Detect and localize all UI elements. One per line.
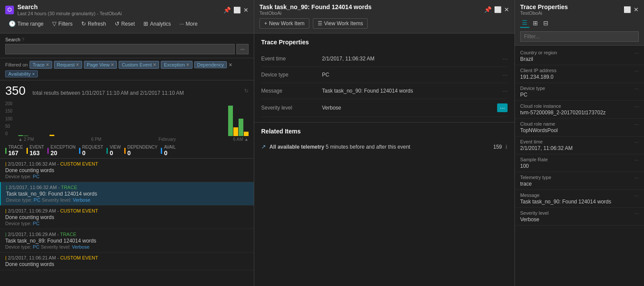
left-header: ⬡ Search Last 24 hours (30 minute granul…: [0, 0, 254, 33]
pin-icon[interactable]: 📌: [484, 7, 491, 13]
pin-icon[interactable]: 📌: [223, 7, 231, 13]
analytics-button[interactable]: ⊞ Analytics: [140, 19, 174, 29]
right-prop-value-cloudroleinstance: tvm-57200098_2-20170201t173702z: [520, 110, 606, 116]
filter-tag-trace[interactable]: Trace ×: [30, 61, 52, 69]
right-prop-menu-country[interactable]: ···: [634, 50, 639, 56]
right-prop-menu-cloudrolename[interactable]: ···: [634, 121, 639, 127]
filter-tag-pageview[interactable]: Page View ×: [84, 61, 117, 69]
close-icon[interactable]: ✕: [634, 7, 639, 13]
remove-request-button[interactable]: ×: [76, 62, 79, 68]
maximize-icon[interactable]: ⬜: [233, 7, 241, 13]
link-icon: ↗: [261, 143, 266, 150]
close-icon[interactable]: ✕: [243, 7, 249, 13]
middle-toolbar: + New Work Item ☰ View Work Items: [259, 16, 509, 31]
filter-input[interactable]: [520, 31, 639, 42]
maximize-icon[interactable]: ⬜: [624, 7, 631, 13]
remove-availability-button[interactable]: ×: [32, 71, 35, 76]
filter-tag-exception[interactable]: Exception ×: [161, 61, 192, 69]
right-properties-list: Country or region Brazil ··· Client IP a…: [515, 46, 644, 286]
right-prop-menu-message[interactable]: ···: [634, 193, 639, 199]
remove-all-button[interactable]: ×: [229, 61, 232, 68]
right-prop-value-country: Brazil: [520, 56, 557, 62]
right-prop-severitylevel: Severity level Verbose ···: [515, 208, 644, 226]
right-prop-menu-samplerate[interactable]: ···: [634, 157, 639, 163]
remove-pageview-button[interactable]: ×: [111, 62, 114, 68]
legend-event: EVENT 163: [27, 145, 44, 156]
new-work-item-button[interactable]: + New Work Item: [259, 18, 309, 29]
right-prop-menu-eventtime[interactable]: ···: [634, 139, 639, 145]
right-panel-title: Trace Properties: [520, 3, 568, 10]
remove-customevent-button[interactable]: ×: [153, 62, 156, 68]
event-type-indicator: |: [5, 232, 7, 237]
remove-exception-button[interactable]: ×: [186, 62, 189, 68]
legend-avail: AVAIL 0: [161, 145, 176, 156]
right-panel-subtitle: TestOboAi: [520, 10, 568, 16]
search-input[interactable]: [5, 44, 235, 54]
reset-button[interactable]: ↺ Reset: [111, 19, 138, 29]
event-item-5[interactable]: | 2/1/2017, 11:06:21 AM - CUSTOM EVENT D…: [0, 253, 254, 270]
remove-trace-button[interactable]: ×: [46, 62, 49, 68]
chart-bar: [55, 101, 60, 136]
event-meta: Device type: PC: [5, 174, 249, 179]
event-type-indicator: |: [5, 208, 7, 213]
right-prop-menu-telemetrytype[interactable]: ···: [634, 175, 639, 181]
right-prop-menu-clientip[interactable]: ···: [634, 68, 639, 74]
view-list-button[interactable]: ☰: [520, 18, 529, 28]
view-work-items-button[interactable]: ☰ View Work Items: [313, 18, 368, 29]
right-toolbar: ☰ ⊞ ⊟: [520, 16, 639, 30]
right-prop-menu-severitylevel[interactable]: ···: [634, 210, 639, 216]
event-item-1[interactable]: | 2/1/2017, 11:06:32 AM - CUSTOM EVENT D…: [0, 159, 254, 182]
related-item-row[interactable]: ↗ All available telemetry 5 minutes befo…: [261, 140, 508, 153]
right-prop-message: Message Task task_no_90: Found 124014 wo…: [515, 190, 644, 208]
close-icon[interactable]: ✕: [504, 7, 509, 13]
right-prop-name-cloudroleinstance: Cloud role instance: [520, 103, 606, 109]
chart-bar: [39, 101, 44, 136]
chart-x-labels: ▲ 2 PM 6 PM February 6 AM ▲: [18, 136, 249, 142]
right-prop-menu-cloudroleinstance[interactable]: ···: [634, 103, 639, 110]
view-chart-button[interactable]: ⊟: [541, 18, 550, 28]
event-item-3[interactable]: | 2/1/2017, 11:06:29 AM - CUSTOM EVENT D…: [0, 206, 254, 229]
legend-trace: TRACE 167: [5, 145, 23, 156]
chart-bar: [144, 101, 149, 136]
right-prop-name-cloudrolename: Cloud role name: [520, 121, 558, 126]
event-message: Task task_no_90: Found 124014 words: [6, 191, 249, 197]
filter-tag-availability[interactable]: Availability ×: [5, 70, 38, 77]
more-button[interactable]: ··· More: [176, 19, 201, 29]
chart-bar: [81, 101, 86, 136]
filter-tags-row: Filtered on Trace × Request × Page View …: [0, 58, 254, 80]
view-grid-button[interactable]: ⊞: [531, 18, 540, 28]
event-meta: Device type: PC Severity level: Verbose: [6, 197, 249, 203]
event-item-2[interactable]: | 2/1/2017, 11:06:32 AM - TRACE Task tas…: [0, 182, 254, 206]
filter-tag-customevent[interactable]: Custom Event ×: [119, 61, 159, 69]
filters-button[interactable]: ▽ Filters: [49, 19, 76, 29]
filter-tag-dependency[interactable]: Dependency: [194, 61, 227, 68]
filter-icon: ▽: [52, 20, 56, 27]
results-description: total results between 1/31/2017 11:10 AM…: [33, 90, 184, 96]
right-prop-name-eventtime: Event time: [520, 139, 573, 144]
maximize-icon[interactable]: ⬜: [494, 7, 501, 13]
prop-menu-message[interactable]: ···: [502, 87, 508, 94]
prop-menu-severity[interactable]: ···: [497, 103, 508, 112]
left-toolbar: 🕐 Time range ▽ Filters ↻ Refresh ↺ Reset…: [5, 16, 249, 31]
right-prop-cloudrolename: Cloud role name TopNWordsPool ···: [515, 119, 644, 136]
related-item-count: 159: [493, 144, 502, 150]
time-range-button[interactable]: 🕐 Time range: [5, 19, 47, 29]
related-info-icon: ℹ: [505, 144, 508, 150]
right-prop-name-devicetype: Device type: [520, 86, 545, 91]
prop-menu-eventtime[interactable]: ···: [502, 55, 508, 62]
chart-bar: [71, 101, 76, 136]
event-item-4[interactable]: | 2/1/2017, 11:06:29 AM - TRACE Task tas…: [0, 229, 254, 253]
refresh-small-icon[interactable]: ↻: [244, 88, 249, 94]
refresh-button[interactable]: ↻ Refresh: [78, 19, 110, 29]
legend-view: VIEW 0: [106, 145, 121, 156]
right-prop-name-samplerate: Sample Rate: [520, 157, 548, 162]
right-prop-menu-devicetype[interactable]: ···: [634, 86, 639, 92]
right-prop-name-severitylevel: Severity level: [520, 210, 548, 216]
right-prop-telemetrytype: Telemetry type trace ···: [515, 172, 644, 190]
related-items-title: Related Items: [261, 128, 508, 135]
chart-bar: [202, 101, 206, 136]
filter-tag-request[interactable]: Request ×: [54, 61, 82, 69]
search-options-button[interactable]: ···: [236, 44, 249, 54]
prop-menu-devicetype[interactable]: ···: [502, 71, 508, 78]
chart-bar: [97, 101, 102, 136]
